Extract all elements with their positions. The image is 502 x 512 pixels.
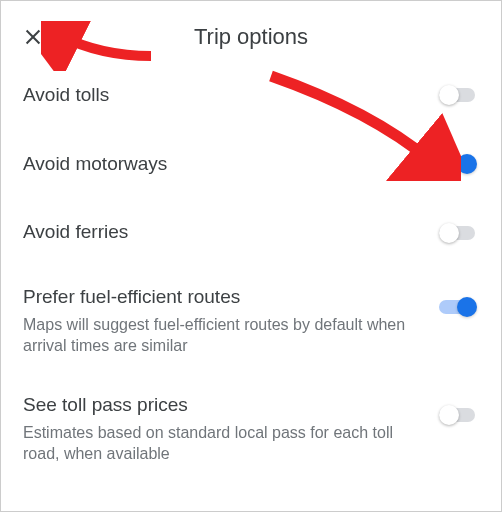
toggle-fuel-efficient[interactable] [439,295,479,319]
option-fuel-efficient[interactable]: Prefer fuel-efficient routes Maps will s… [23,267,479,375]
option-description: Maps will suggest fuel-efficient routes … [23,314,419,357]
option-avoid-tolls[interactable]: Avoid tolls [23,61,479,130]
toggle-toll-pass-prices[interactable] [439,403,479,427]
options-list: Avoid tolls Avoid motorways Avoid ferrie… [1,61,501,483]
option-avoid-motorways[interactable]: Avoid motorways [23,130,479,199]
option-toll-pass-prices[interactable]: See toll pass prices Estimates based on … [23,375,479,483]
close-icon [22,26,44,48]
page-title: Trip options [194,24,308,50]
toggle-avoid-motorways[interactable] [439,152,479,176]
header: Trip options [1,1,501,61]
option-label: Avoid tolls [23,83,419,108]
toggle-avoid-ferries[interactable] [439,221,479,245]
option-label: See toll pass prices [23,393,419,418]
option-label: Avoid motorways [23,152,419,177]
toggle-avoid-tolls[interactable] [439,83,479,107]
close-button[interactable] [19,23,47,51]
option-description: Estimates based on standard local pass f… [23,422,419,465]
option-avoid-ferries[interactable]: Avoid ferries [23,198,479,267]
option-label: Prefer fuel-efficient routes [23,285,419,310]
option-label: Avoid ferries [23,220,419,245]
